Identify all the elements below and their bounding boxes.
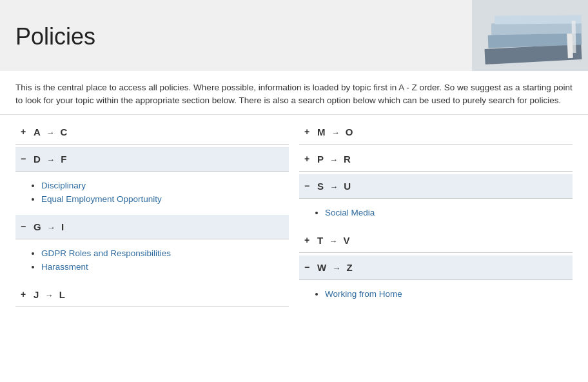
accordion-list-s-u: Social Media [312, 207, 573, 217]
accordion-header-d-f[interactable]: −D → F [15, 147, 289, 172]
accordion-body-d-f: DisciplinaryEqual Employment Opportunity [15, 172, 289, 212]
accordion-toggle-s-u: − [304, 181, 312, 191]
policy-link[interactable]: Harassment [41, 262, 88, 272]
list-item: Social Media [325, 207, 573, 217]
policy-link[interactable]: Equal Employment Opportunity [41, 194, 162, 204]
accordion-header-a-c[interactable]: +A → C [15, 120, 289, 145]
accordion-header-j-l[interactable]: +J → L [15, 283, 289, 307]
svg-rect-5 [495, 15, 582, 24]
accordion-section-t-v: +T → V [299, 228, 573, 253]
content-grid: +A → C−D → FDisciplinaryEqual Employment… [0, 120, 588, 310]
accordion-header-g-i[interactable]: −G → I [15, 215, 289, 239]
accordion-section-s-u: −S → USocial Media [299, 174, 573, 226]
accordion-header-m-o[interactable]: +M → O [299, 120, 573, 145]
accordion-label-j-l: J → L [34, 289, 65, 300]
accordion-body-s-u: Social Media [299, 199, 573, 226]
accordion-section-w-z: −W → ZWorking from Home [299, 256, 573, 307]
list-item: Harassment [41, 261, 289, 272]
list-item: GDPR Roles and Responsibilities [41, 248, 289, 258]
accordion-label-s-u: S → U [317, 181, 351, 192]
accordion-label-t-v: T → V [317, 235, 350, 246]
policy-link[interactable]: Social Media [325, 208, 375, 217]
svg-rect-6 [572, 21, 576, 53]
right-column: +M → O+P → R−S → USocial Media+T → V−W →… [294, 120, 578, 310]
list-item: Working from Home [325, 288, 573, 299]
accordion-list-w-z: Working from Home [312, 288, 573, 299]
accordion-label-g-i: G → I [34, 221, 64, 232]
accordion-label-d-f: D → F [34, 154, 67, 165]
accordion-body-g-i: GDPR Roles and ResponsibilitiesHarassmen… [15, 239, 289, 280]
accordion-header-s-u[interactable]: −S → U [299, 174, 573, 199]
accordion-list-d-f: DisciplinaryEqual Employment Opportunity [28, 180, 289, 204]
accordion-header-p-r[interactable]: +P → R [299, 147, 573, 172]
policy-link[interactable]: GDPR Roles and Responsibilities [41, 248, 171, 258]
accordion-toggle-p-r: + [304, 154, 312, 164]
books-icon [472, 0, 588, 71]
policy-link[interactable]: Working from Home [325, 289, 402, 299]
accordion-section-j-l: +J → L [15, 283, 289, 307]
accordion-label-a-c: A → C [34, 126, 68, 137]
list-item: Equal Employment Opportunity [41, 194, 289, 204]
accordion-section-p-r: +P → R [299, 147, 573, 172]
accordion-toggle-g-i: − [21, 221, 28, 232]
header-image [472, 0, 588, 71]
accordion-toggle-d-f: − [21, 154, 28, 164]
accordion-label-p-r: P → R [317, 154, 351, 165]
policy-link[interactable]: Disciplinary [41, 181, 86, 190]
description-text: This is the central place to access all … [0, 71, 588, 115]
accordion-body-w-z: Working from Home [299, 280, 573, 307]
header-section: Policies [0, 0, 588, 71]
accordion-section-m-o: +M → O [299, 120, 573, 145]
accordion-label-m-o: M → O [317, 126, 353, 137]
accordion-header-w-z[interactable]: −W → Z [299, 256, 573, 280]
accordion-toggle-j-l: + [21, 289, 28, 299]
left-column: +A → C−D → FDisciplinaryEqual Employment… [10, 120, 294, 310]
accordion-section-a-c: +A → C [15, 120, 289, 145]
accordion-toggle-a-c: + [21, 126, 28, 137]
accordion-section-d-f: −D → FDisciplinaryEqual Employment Oppor… [15, 147, 289, 212]
accordion-label-w-z: W → Z [317, 262, 353, 273]
list-item: Disciplinary [41, 180, 289, 190]
page-wrapper: Policies This is the [0, 0, 588, 310]
accordion-toggle-m-o: + [304, 126, 312, 137]
accordion-toggle-t-v: + [304, 235, 312, 245]
accordion-list-g-i: GDPR Roles and ResponsibilitiesHarassmen… [28, 248, 289, 272]
accordion-header-t-v[interactable]: +T → V [299, 228, 573, 253]
accordion-section-g-i: −G → IGDPR Roles and ResponsibilitiesHar… [15, 215, 289, 280]
accordion-toggle-w-z: − [304, 262, 312, 272]
